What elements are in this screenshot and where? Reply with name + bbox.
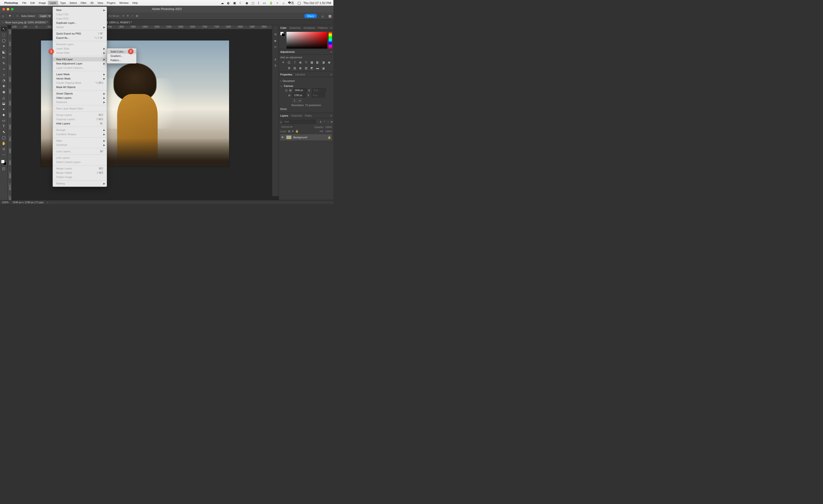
filter-shape-icon[interactable]: ▢: [327, 120, 329, 123]
color-balance-icon[interactable]: ◧: [316, 60, 320, 64]
menu-edit[interactable]: Edit: [28, 1, 37, 5]
auto-select-checkbox[interactable]: [16, 14, 19, 17]
filter-adjust-icon[interactable]: ◐: [320, 120, 322, 123]
menu-select[interactable]: Select: [67, 1, 79, 5]
height-input[interactable]: [293, 93, 306, 97]
workspace-icon[interactable]: ▦: [328, 14, 331, 18]
layer-visibility-icon[interactable]: 👁: [281, 136, 285, 139]
collapse-panels-icon[interactable]: «: [275, 27, 276, 29]
status-disclosure-icon[interactable]: ›: [47, 201, 48, 204]
panel-menu-icon[interactable]: ≡: [331, 50, 332, 53]
exposure-icon[interactable]: ◐: [298, 60, 303, 64]
canvas-disclosure-icon[interactable]: ⌄: [280, 84, 283, 87]
wifi-icon[interactable]: ᯤ: [276, 1, 279, 5]
3d-dolly-icon[interactable]: ⤢: [131, 14, 133, 17]
panel-tab-layers[interactable]: Layers: [280, 114, 288, 117]
display-icon[interactable]: ▭: [263, 1, 266, 5]
brightness-icon[interactable]: ☀: [281, 60, 286, 64]
menu-item-new-fill-layer[interactable]: New Fill Layer▶: [53, 57, 107, 61]
layers-filter-search-icon[interactable]: ⌕: [280, 120, 282, 123]
home-icon[interactable]: ⌂: [2, 14, 4, 18]
tool-20[interactable]: ✋: [1, 141, 7, 146]
menu-item-new[interactable]: New▶: [53, 8, 107, 12]
layer-lock-icon[interactable]: 🔒: [328, 136, 331, 139]
auto-select-dropdown[interactable]: Layer: [38, 14, 52, 18]
document-tab[interactable]: ×Base layer.jpeg @ 100% (RGB/8#) *: [0, 19, 50, 25]
3d-pan-icon[interactable]: ✥: [127, 14, 129, 17]
moon-icon[interactable]: ☾: [239, 1, 242, 5]
menu-3d[interactable]: 3D: [89, 1, 96, 5]
menu-window[interactable]: Window: [117, 1, 131, 5]
record-icon[interactable]: ◉: [245, 1, 248, 5]
menu-image[interactable]: Image: [37, 1, 48, 5]
share-button[interactable]: Share: [304, 14, 317, 18]
tool-0[interactable]: ↖: [1, 27, 7, 31]
paragraph-icon[interactable]: ¶: [275, 64, 276, 67]
tool-6[interactable]: ✎: [1, 61, 7, 66]
lock-pixels-icon[interactable]: ▦: [288, 130, 290, 133]
submenu-item-pattern-[interactable]: Pattern...: [107, 58, 136, 62]
spotlight-icon[interactable]: ⌕: [283, 1, 285, 5]
color-swatch-pair[interactable]: [280, 32, 285, 37]
filter-type-icon[interactable]: T: [324, 120, 325, 123]
panel-tab-channels[interactable]: Channels: [291, 114, 302, 117]
comment-icon[interactable]: 🗨: [274, 46, 277, 48]
gradient-map-icon[interactable]: ▬: [316, 66, 320, 70]
cloud-icon[interactable]: ☁︎: [221, 1, 224, 5]
hue-sat-icon[interactable]: ▦: [310, 60, 314, 64]
menu-item-hide-layers[interactable]: Hide Layers⌘,: [53, 121, 107, 125]
quick-mask-icon[interactable]: ◰: [1, 166, 7, 171]
siri-icon[interactable]: ◯: [297, 1, 301, 5]
tool-10[interactable]: ✚: [1, 84, 7, 88]
menu-item-quick-export-as-png[interactable]: Quick Export as PNG⇧⌘’: [53, 31, 107, 36]
tool-3[interactable]: ✦: [1, 44, 7, 48]
minimize-button[interactable]: [7, 8, 9, 10]
menu-view[interactable]: View: [96, 1, 105, 5]
tool-1[interactable]: ⬚: [1, 32, 7, 37]
tool-9[interactable]: ◔: [1, 78, 7, 83]
tool-7[interactable]: ⌁: [1, 67, 7, 71]
sync-icon[interactable]: ◐: [227, 1, 230, 5]
panel-tab-swatches[interactable]: Swatches: [289, 26, 301, 29]
panel-tab-patterns[interactable]: Patterns: [318, 26, 328, 29]
bluetooth-icon[interactable]: ᛒ: [258, 1, 260, 5]
panel-menu-icon[interactable]: ≡: [331, 73, 332, 76]
document-dimensions[interactable]: 1946 px x 1298 px (72 ppi): [12, 201, 43, 204]
menu-type[interactable]: Type: [58, 1, 67, 5]
tool-2[interactable]: ◯: [1, 38, 7, 43]
panel-tab-properties[interactable]: Properties: [280, 73, 292, 76]
menu-plugins[interactable]: Plugins: [105, 1, 117, 5]
screen-icon[interactable]: ▢: [252, 1, 254, 5]
control-center-icon[interactable]: �志: [288, 1, 294, 5]
zoom-level[interactable]: 100%: [2, 201, 9, 204]
tool-13[interactable]: ⬓: [1, 101, 7, 106]
panel-tab-libraries[interactable]: Libraries: [295, 73, 305, 76]
menu-item-vector-mask[interactable]: Vector Mask▶: [53, 76, 107, 81]
posterize-icon[interactable]: ▥: [304, 66, 308, 70]
character-icon[interactable]: A: [275, 58, 276, 61]
filter-smart-icon[interactable]: ◉: [331, 120, 333, 123]
panel-tab-paths[interactable]: Paths: [305, 114, 312, 117]
tool-12[interactable]: △: [1, 95, 7, 100]
panel-menu-icon[interactable]: ≡: [331, 26, 332, 29]
menu-item-video-layers[interactable]: Video Layers▶: [53, 96, 107, 100]
photo-filter-icon[interactable]: ◉: [327, 60, 331, 64]
tool-15[interactable]: ◆: [1, 112, 7, 117]
color-field[interactable]: [287, 32, 327, 48]
tool-21[interactable]: ⊙: [1, 147, 7, 151]
orientation-portrait-icon[interactable]: ▯: [293, 98, 297, 103]
tool-14[interactable]: ●: [1, 106, 7, 111]
menu-item-duplicate-layer-[interactable]: Duplicate Layer...: [53, 21, 107, 25]
menu-layer[interactable]: Layer: [48, 1, 58, 5]
play-icon[interactable]: ▶: [275, 39, 277, 42]
tool-18[interactable]: ⬉: [1, 130, 7, 134]
search-icon[interactable]: ⌕: [322, 14, 324, 18]
battery-icon[interactable]: 🔋: [269, 1, 273, 5]
tool-4[interactable]: ⬕: [1, 49, 7, 54]
menu-filter[interactable]: Filter: [79, 1, 89, 5]
link-wh-icon[interactable]: ⛓: [285, 89, 288, 92]
levels-icon[interactable]: ◫: [287, 60, 291, 64]
menu-help[interactable]: Help: [131, 1, 140, 5]
close-button[interactable]: [2, 8, 5, 10]
panel-tab-adjustments[interactable]: Adjustments: [280, 50, 295, 53]
